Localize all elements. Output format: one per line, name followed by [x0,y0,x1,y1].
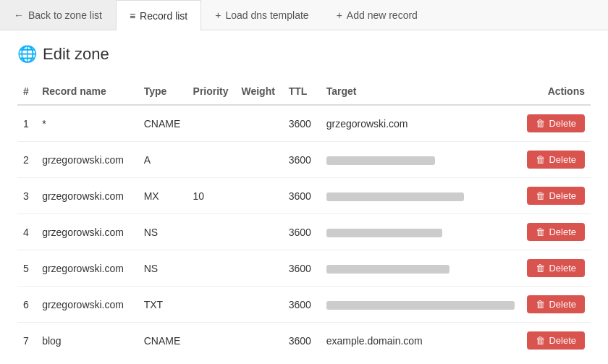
cell-type: TXT [138,287,187,323]
cell-ttl: 3600 [283,105,321,142]
cell-ttl: 3600 [283,250,321,287]
col-header-name: Record name [36,78,138,105]
cell-ttl: 3600 [283,214,321,250]
table-row: 5grzegorowski.comNS3600🗑Delete [17,250,591,287]
delete-button[interactable]: 🗑Delete [527,114,585,132]
cell-target [321,250,520,287]
plus-icon-new: + [337,9,342,21]
cell-name: grzegorowski.com [36,214,138,250]
tab-record-list[interactable]: ≡ Record list [116,0,201,30]
cell-num: 6 [17,287,36,323]
col-header-target: Target [321,78,520,105]
cell-actions: 🗑Delete [520,105,591,142]
cell-target: grzegorowski.com [321,105,520,142]
delete-label: Delete [549,118,576,129]
tab-bar: ← Back to zone list ≡ Record list + Load… [0,0,608,30]
cell-type: NS [138,214,187,250]
cell-name: grzegorowski.com [36,142,138,178]
cell-type: CNAME [138,323,187,359]
delete-button[interactable]: 🗑Delete [527,151,585,169]
page-title: 🌐 Edit zone [17,45,591,64]
cell-type: A [138,142,187,178]
tab-back[interactable]: ← Back to zone list [0,0,116,30]
cell-weight [235,214,282,250]
tab-back-label: Back to zone list [28,9,102,21]
cell-name: * [36,105,138,142]
trash-icon: 🗑 [536,190,545,201]
delete-label: Delete [549,154,576,165]
tab-add-new[interactable]: + Add new record [323,0,431,30]
col-header-priority: Priority [187,78,236,105]
trash-icon: 🗑 [536,227,545,237]
delete-button[interactable]: 🗑Delete [527,331,585,350]
table-row: 4grzegorowski.comNS3600🗑Delete [17,214,591,250]
cell-name: grzegorowski.com [36,287,138,323]
cell-actions: 🗑Delete [520,323,591,359]
cell-target [321,287,520,323]
cell-name: grzegorowski.com [36,178,138,214]
cell-actions: 🗑Delete [520,178,591,214]
delete-label: Delete [549,263,576,274]
cell-actions: 🗑Delete [520,250,591,287]
cell-weight [235,323,282,359]
cell-weight [235,105,282,142]
tab-load-dns[interactable]: + Load dns template [201,0,322,30]
cell-priority [187,105,236,142]
arrow-left-icon: ← [14,9,24,21]
cell-ttl: 3600 [283,142,321,178]
delete-button[interactable]: 🗑Delete [527,223,585,241]
col-header-weight: Weight [235,78,282,105]
plus-icon-dns: + [215,9,221,21]
col-header-num: # [17,78,36,105]
trash-icon: 🗑 [536,118,545,129]
cell-target: example.domain.com [321,323,520,359]
cell-priority [187,250,236,287]
cell-weight [235,142,282,178]
trash-icon: 🗑 [536,335,545,346]
cell-priority: 10 [187,178,236,214]
list-icon: ≡ [130,10,135,22]
delete-button[interactable]: 🗑Delete [527,259,585,277]
cell-ttl: 3600 [283,323,321,359]
tab-load-dns-label: Load dns template [225,9,308,21]
cell-actions: 🗑Delete [520,142,591,178]
globe-icon: 🌐 [17,45,37,64]
cell-name: grzegorowski.com [36,250,138,287]
delete-label: Delete [549,299,576,310]
table-header-row: # Record name Type Priority Weight TTL T… [17,78,591,105]
table-row: 3grzegorowski.comMX103600🗑Delete [17,178,591,214]
delete-label: Delete [549,227,576,237]
cell-ttl: 3600 [283,287,321,323]
trash-icon: 🗑 [536,299,545,310]
cell-target [321,178,520,214]
page-content: 🌐 Edit zone # Record name Type Priority … [0,30,608,364]
cell-num: 2 [17,142,36,178]
table-row: 1*CNAME3600grzegorowski.com🗑Delete [17,105,591,142]
delete-label: Delete [549,190,576,201]
trash-icon: 🗑 [536,154,545,165]
delete-button[interactable]: 🗑Delete [527,295,585,313]
tab-record-list-label: Record list [140,10,187,22]
col-header-ttl: TTL [283,78,321,105]
cell-num: 1 [17,105,36,142]
delete-button[interactable]: 🗑Delete [527,187,585,205]
table-row: 7blogCNAME3600example.domain.com🗑Delete [17,323,591,359]
cell-actions: 🗑Delete [520,287,591,323]
cell-num: 7 [17,323,36,359]
records-table: # Record name Type Priority Weight TTL T… [17,78,591,358]
cell-priority [187,214,236,250]
cell-num: 3 [17,178,36,214]
cell-weight [235,287,282,323]
table-row: 2grzegorowski.comA3600🗑Delete [17,142,591,178]
delete-label: Delete [549,335,576,346]
cell-type: NS [138,250,187,287]
cell-num: 4 [17,214,36,250]
cell-weight [235,178,282,214]
cell-target [321,214,520,250]
cell-weight [235,250,282,287]
table-row: 6grzegorowski.comTXT3600🗑Delete [17,287,591,323]
tab-add-new-label: Add new record [347,9,418,21]
cell-target [321,142,520,178]
cell-ttl: 3600 [283,178,321,214]
cell-num: 5 [17,250,36,287]
